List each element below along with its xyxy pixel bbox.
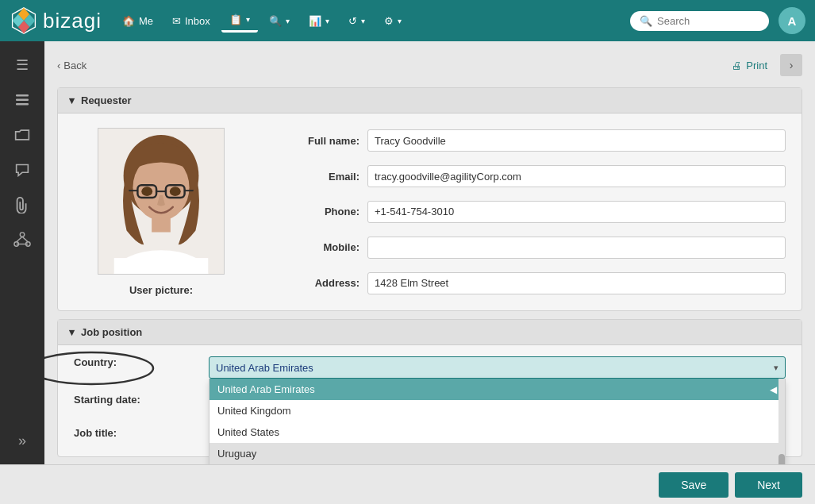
email-label: Email: <box>272 171 359 183</box>
user-picture-label: User picture: <box>129 284 193 296</box>
content-area: ‹ Back 🖨 Print › ▾ Requester <box>44 41 815 464</box>
job-position-section: ▾ Job position Country: United Arab Emir… <box>57 319 802 457</box>
address-input[interactable] <box>367 272 786 294</box>
job-body: Country: United Arab Emirates ▾ <box>58 345 802 456</box>
fullname-label: Full name: <box>272 135 359 147</box>
search-nav-icon: 🔍 <box>269 15 282 27</box>
save-button[interactable]: Save <box>659 472 729 498</box>
paperclip-icon <box>15 196 29 214</box>
next-button[interactable]: Next <box>735 472 802 498</box>
print-button[interactable]: 🖨 Print <box>725 56 774 75</box>
svg-point-8 <box>20 233 25 237</box>
mobile-input[interactable] <box>367 237 786 259</box>
selected-checkmark: ◀ <box>770 384 777 395</box>
sidebar-item-attach[interactable] <box>6 189 38 221</box>
requester-chevron-icon: ▾ <box>69 94 75 106</box>
refresh-chevron: ▾ <box>361 17 365 25</box>
breadcrumb-bar: ‹ Back 🖨 Print › <box>57 51 802 79</box>
country-label: Country: <box>74 352 117 368</box>
country-select[interactable]: United Arab Emirates ▾ <box>209 356 786 379</box>
svg-rect-6 <box>16 99 29 102</box>
logo-text: bizagi <box>43 9 102 33</box>
dropdown-scrollthumb <box>778 454 785 464</box>
requester-section: ▾ Requester <box>57 87 802 311</box>
job-title-label: Job title: <box>74 423 201 439</box>
requester-section-header[interactable]: ▾ Requester <box>58 88 802 113</box>
requester-body: User picture: Full name: Email: Phone: M… <box>58 113 802 310</box>
analytics-icon: 📊 <box>309 15 321 27</box>
back-chevron-icon: ‹ <box>57 60 60 71</box>
nav-settings[interactable]: ⚙ ▾ <box>376 10 409 32</box>
requester-title: Requester <box>81 94 132 106</box>
avatar[interactable]: A <box>778 7 805 34</box>
job-section-header[interactable]: ▾ Job position <box>58 320 802 345</box>
search-bar-icon: 🔍 <box>640 15 652 27</box>
dropdown-option-uae[interactable]: United Arab Emirates ◀ <box>210 379 785 400</box>
search-input[interactable] <box>657 15 760 27</box>
svg-point-23 <box>170 187 181 196</box>
sidebar-item-folder[interactable] <box>6 119 38 151</box>
svg-point-22 <box>141 187 152 196</box>
sidebar-item-network[interactable] <box>6 224 38 256</box>
dropdown-option-uruguay[interactable]: Uruguay <box>210 443 785 464</box>
footer: Save Next <box>0 464 815 504</box>
nav-work[interactable]: 📋 ▾ <box>221 9 258 33</box>
collapse-button[interactable]: › <box>780 54 802 76</box>
inbox-icon: ✉ <box>172 15 181 27</box>
country-dropdown-arrow: ▾ <box>774 363 778 373</box>
main-layout: ☰ <box>0 41 815 464</box>
list-lines-icon <box>14 93 30 107</box>
svg-rect-5 <box>16 94 29 97</box>
dropdown-option-us[interactable]: United States <box>210 421 785 443</box>
sidebar-item-document[interactable]: ☰ <box>6 49 38 81</box>
email-input[interactable] <box>367 165 786 187</box>
work-icon: 📋 <box>229 13 242 25</box>
settings-chevron: ▾ <box>398 17 402 25</box>
chat-icon <box>14 163 30 177</box>
svg-rect-7 <box>16 103 29 106</box>
sidebar-item-chat[interactable] <box>6 154 38 186</box>
nav-me[interactable]: 🏠 Me <box>114 10 161 32</box>
dropdown-option-uk[interactable]: United Kingdom <box>210 400 785 421</box>
home-icon: 🏠 <box>122 15 135 27</box>
print-icon: 🖨 <box>732 60 742 71</box>
user-photo <box>98 128 225 275</box>
nav-analytics[interactable]: 📊 ▾ <box>301 10 337 32</box>
job-chevron-icon: ▾ <box>69 326 75 338</box>
logo[interactable]: bizagi <box>10 6 102 35</box>
country-label-wrapper: Country: <box>74 356 201 368</box>
phone-label: Phone: <box>272 206 359 217</box>
svg-line-11 <box>17 237 22 241</box>
nav-search[interactable]: 🔍 ▾ <box>261 10 298 32</box>
sidebar: ☰ <box>0 41 44 464</box>
search-bar[interactable]: 🔍 <box>630 11 769 31</box>
svg-rect-25 <box>114 258 209 275</box>
network-icon <box>13 231 31 248</box>
phone-input[interactable] <box>367 201 786 223</box>
dropdown-scrollbar[interactable] <box>778 379 785 464</box>
sidebar-expand-button[interactable]: » <box>6 425 38 456</box>
job-section-title: Job position <box>81 326 142 338</box>
fullname-input[interactable] <box>367 129 786 152</box>
nav-inbox[interactable]: ✉ Inbox <box>164 10 218 32</box>
svg-line-12 <box>22 237 28 241</box>
logo-icon <box>10 6 38 35</box>
work-chevron: ▾ <box>246 15 250 24</box>
refresh-icon: ↺ <box>348 15 357 27</box>
user-picture-col: User picture: <box>74 128 248 296</box>
settings-icon: ⚙ <box>384 15 394 27</box>
back-button[interactable]: ‹ Back <box>57 60 86 71</box>
analytics-chevron: ▾ <box>325 17 329 25</box>
address-label: Address: <box>272 277 359 289</box>
nav-refresh[interactable]: ↺ ▾ <box>340 10 373 32</box>
top-navigation: bizagi 🏠 Me ✉ Inbox 📋 ▾ 🔍 ▾ 📊 ▾ ↺ ▾ ⚙ ▾ … <box>0 0 815 41</box>
country-selected-value: United Arab Emirates <box>216 362 313 374</box>
search-chevron: ▾ <box>286 17 290 25</box>
mobile-label: Mobile: <box>272 241 359 253</box>
folder-icon <box>14 128 30 142</box>
svg-rect-26 <box>152 217 171 233</box>
country-field-wrapper: United Arab Emirates ▾ United Arab Emira… <box>209 356 786 379</box>
requester-fields: Full name: Email: Phone: Mobile: Address… <box>272 128 786 296</box>
country-dropdown-list: United Arab Emirates ◀ United Kingdom Un… <box>209 379 786 464</box>
sidebar-item-list[interactable] <box>6 84 38 116</box>
